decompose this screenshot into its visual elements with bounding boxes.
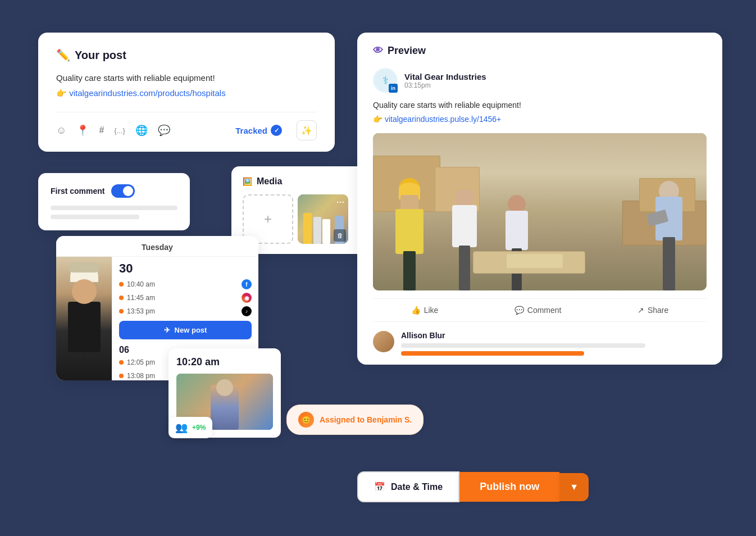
like-icon: 👍 [411,306,421,315]
first-comment-label: First comment [51,187,104,196]
link-icon: 👉 [56,88,67,98]
author-info: Vital Gear Industries 03:15pm [404,72,486,89]
preview-warehouse-image [373,133,707,290]
media-thumbnail[interactable]: ··· 🗑 [298,194,348,244]
author-linkedin-badge: in [389,84,398,93]
post-link[interactable]: vitalgearindustries.com/products/hospita… [69,88,225,98]
publish-dropdown-button[interactable]: ▼ [559,473,589,501]
preview-actions: 👍 Like 💬 Comment ↗ Share [373,298,707,322]
emoji-icon[interactable]: ☺ [56,125,66,137]
new-post-label: New post [175,326,207,334]
date-time-label: Date & Time [391,482,443,492]
comment-label: Comment [527,306,562,315]
comment-text-lines [401,343,707,356]
event-time-2: 11:45 am [127,294,238,302]
event-dot-3 [119,309,124,314]
comment-line-1 [51,206,177,210]
author-avatar: ⚕ in [373,68,398,93]
tracked-badge[interactable]: Tracked ✓ [235,125,282,136]
share-label: Share [648,306,668,315]
event-social-ig: ◉ [242,293,252,303]
preview-title-text: Preview [388,45,426,57]
date-time-button[interactable]: 📅 Date & Time [357,471,459,502]
preview-post-text: Quality care starts with reliable equipm… [373,99,707,111]
calendar-event-3[interactable]: 13:53 pm ♪ [119,306,252,316]
magic-wand-button[interactable]: ✨ [297,120,317,140]
calendar-day-30: 30 [119,261,252,276]
preview-author: ⚕ in Vital Gear Industries 03:15pm [373,68,707,93]
author-time: 03:15pm [404,81,486,89]
comment-text-line-1 [401,343,645,348]
first-comment-card: First comment [38,173,190,230]
calendar-event-2[interactable]: 11:45 am ◉ [119,293,252,303]
followers-icon: 👥 [175,421,188,434]
event-time-3: 13:53 pm [127,307,238,315]
post-card-title: ✏️ Your post [56,48,317,62]
hashtag-icon[interactable]: # [99,125,104,135]
media-grid: + ··· 🗑 [243,194,359,244]
post-link-line: 👉 vitalgearindustries.com/products/hospi… [56,87,317,100]
assigned-text: Assigned to Benjamin S. [320,415,412,424]
new-post-button[interactable]: ✈ New post [119,321,252,339]
workers-scene [373,133,707,290]
publish-label: Publish now [480,481,539,493]
author-logo: ⚕ [382,74,389,87]
post-title-text: Your post [75,49,126,62]
comment-text-line-2 [401,351,584,356]
preview-title: 👁 Preview [373,45,707,57]
preview-eye-icon: 👁 [373,45,383,57]
comment-placeholder-lines [51,206,177,219]
your-post-card: ✏️ Your post Quality care starts with re… [38,33,335,152]
tracked-check-icon: ✓ [271,125,282,136]
comment-author-name: Allison Blur [401,331,707,340]
comment-content: Allison Blur [401,331,707,356]
comment-icon[interactable]: 💬 [158,124,170,137]
event-dot-4 [119,360,124,365]
comment-line-2 [51,215,139,219]
post-toolbar: ☺ 📍 # {...} 🌐 💬 Tracked ✓ ✨ [56,112,317,140]
media-title: 🖼️ Media [243,176,359,187]
media-icon: 🖼️ [243,177,252,186]
first-comment-toggle[interactable] [111,184,135,198]
followers-badge: 👥 +9% [168,417,212,438]
followers-growth: +9% [192,424,206,431]
preview-card: 👁 Preview ⚕ in Vital Gear Industries 03:… [357,33,722,365]
assigned-avatar: 😊 [298,412,314,428]
chevron-down-icon: ▼ [570,482,579,492]
calendar-day-header: Tuesday [56,236,258,257]
first-comment-header: First comment [51,184,177,198]
event-time-1: 10:40 am [127,280,238,288]
comment-avatar [373,331,394,352]
event-dot-2 [119,296,124,300]
event-social-tiktok: ♪ [242,306,252,316]
mini-post-time: 10:20 am [176,356,273,368]
calendar-person-photo [56,257,112,380]
comment-icon: 💬 [514,306,524,315]
event-dot-5 [119,374,124,378]
like-label: Like [424,306,439,315]
calendar-event-1[interactable]: 10:40 am f [119,279,252,289]
media-thumb-options-icon[interactable]: ··· [336,198,345,207]
preview-comment-section: Allison Blur [373,322,707,365]
event-social-fb: f [242,279,252,289]
assigned-avatar-emoji: 😊 [302,416,311,424]
share-button[interactable]: ↗ Share [637,306,668,315]
preview-post-link[interactable]: vitalgearindustries.pulse.ly/1456+ [385,115,501,124]
author-name: Vital Gear Industries [404,72,486,81]
location-icon[interactable]: 📍 [76,124,89,137]
preview-link-icon: 👉 [373,115,382,124]
event-dot-1 [119,282,124,287]
calendar-icon: 📅 [374,482,385,492]
new-post-icon: ✈ [164,326,170,334]
post-body-text: Quality care starts with reliable equipm… [56,72,317,85]
bottom-action-bar: 📅 Date & Time Publish now ▼ [357,471,589,502]
publish-now-button[interactable]: Publish now [459,472,559,502]
globe-icon[interactable]: 🌐 [135,124,148,137]
more-icon[interactable]: {...} [114,126,125,135]
share-icon: ↗ [637,306,644,315]
like-button[interactable]: 👍 Like [411,306,439,315]
media-title-text: Media [257,176,282,187]
media-delete-button[interactable]: 🗑 [334,229,346,242]
assigned-badge: 😊 Assigned to Benjamin S. [286,405,423,435]
comment-button[interactable]: 💬 Comment [514,306,562,315]
